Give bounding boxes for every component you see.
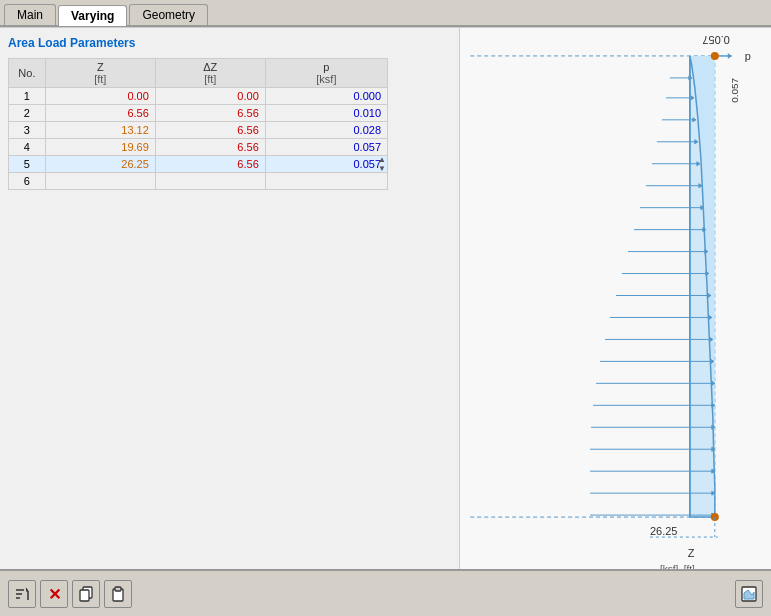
data-table: No. Z[ft] ΔZ[ft] p[ksf] 10.000.000.00026… [8, 58, 388, 190]
cell-dz[interactable]: 6.56 [155, 122, 265, 139]
spin-up[interactable]: ▲ [378, 156, 386, 164]
cell-dz[interactable]: 0.00 [155, 88, 265, 105]
cell-z[interactable]: 26.25 [45, 156, 155, 173]
left-panel: Area Load Parameters No. Z[ft] ΔZ[ft] p[… [0, 28, 460, 569]
svg-text:p: p [745, 50, 751, 62]
cell-no: 3 [9, 122, 46, 139]
svg-rect-68 [115, 587, 121, 591]
tab-varying[interactable]: Varying [58, 5, 127, 26]
delete-button[interactable]: ✕ [40, 580, 68, 608]
diagram-svg: 0.057 p 26.25 Z [ksf], [ft] 0.057 [460, 28, 771, 569]
svg-text:0.057: 0.057 [729, 77, 740, 102]
col-header-z: Z[ft] [45, 59, 155, 88]
table-row: 313.126.560.028 [9, 122, 388, 139]
cell-z [45, 173, 155, 190]
cell-z[interactable]: 19.69 [45, 139, 155, 156]
cell-dz[interactable]: 6.56 [155, 156, 265, 173]
main-content: Area Load Parameters No. Z[ft] ΔZ[ft] p[… [0, 27, 771, 569]
cell-z[interactable]: 6.56 [45, 105, 155, 122]
col-header-dz: ΔZ[ft] [155, 59, 265, 88]
cell-p[interactable]: 0.010 [265, 105, 387, 122]
svg-marker-49 [728, 53, 732, 59]
tab-geometry[interactable]: Geometry [129, 4, 208, 25]
col-header-p: p[ksf] [265, 59, 387, 88]
svg-rect-66 [80, 590, 89, 601]
svg-text:[ksf], [ft]: [ksf], [ft] [660, 563, 695, 569]
svg-text:26.25: 26.25 [650, 525, 677, 537]
cell-dz[interactable]: 6.56 [155, 105, 265, 122]
col-header-no: No. [9, 59, 46, 88]
tabs-bar: Main Varying Geometry [0, 0, 771, 27]
svg-text:0.057: 0.057 [702, 34, 729, 46]
diagram-button[interactable] [735, 580, 763, 608]
tab-main[interactable]: Main [4, 4, 56, 25]
cell-no: 2 [9, 105, 46, 122]
cell-z[interactable]: 13.12 [45, 122, 155, 139]
svg-point-51 [711, 52, 719, 60]
cell-z[interactable]: 0.00 [45, 88, 155, 105]
table-row: 6 [9, 173, 388, 190]
copy-button[interactable] [72, 580, 100, 608]
right-panel: 0.057 p 26.25 Z [ksf], [ft] 0.057 [460, 28, 771, 569]
cell-no: 6 [9, 173, 46, 190]
cell-p[interactable]: 0.028 [265, 122, 387, 139]
table-row: 526.256.560.057▲▼ [9, 156, 388, 173]
svg-text:Z: Z [688, 547, 695, 559]
table-row: 10.000.000.000 [9, 88, 388, 105]
cell-p[interactable]: 0.057▲▼ [265, 156, 387, 173]
cell-no: 4 [9, 139, 46, 156]
table-row: 26.566.560.010 [9, 105, 388, 122]
cell-no: 1 [9, 88, 46, 105]
cell-p [265, 173, 387, 190]
cell-no: 5 [9, 156, 46, 173]
table-row: 419.696.560.057 [9, 139, 388, 156]
bottom-toolbar: ✕ [0, 569, 771, 616]
spin-down[interactable]: ▼ [378, 165, 386, 173]
cell-dz [155, 173, 265, 190]
cell-p[interactable]: 0.057 [265, 139, 387, 156]
sort-button[interactable] [8, 580, 36, 608]
cell-p[interactable]: 0.000 [265, 88, 387, 105]
cell-dz[interactable]: 6.56 [155, 139, 265, 156]
paste-button[interactable] [104, 580, 132, 608]
section-title: Area Load Parameters [8, 36, 451, 50]
